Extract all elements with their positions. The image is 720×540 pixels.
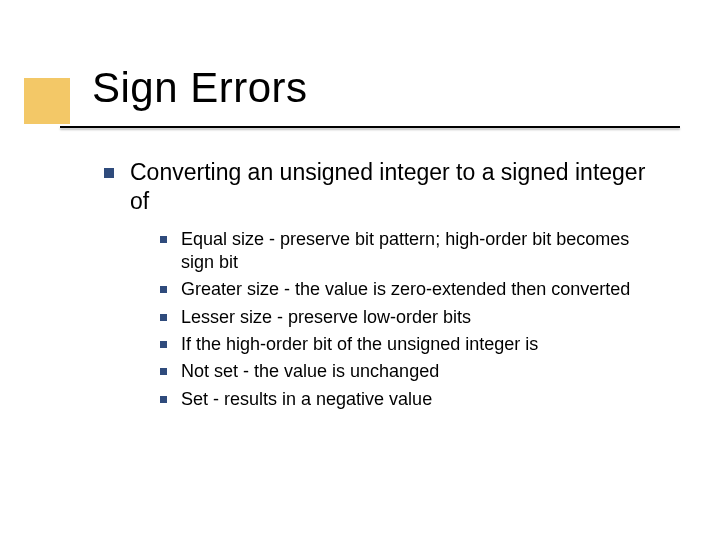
list-item-text: Converting an unsigned integer to a sign…	[130, 158, 664, 216]
list-item: If the high-order bit of the unsigned in…	[160, 333, 664, 356]
square-bullet-icon	[160, 341, 167, 348]
list-item: Set - results in a negative value	[160, 388, 664, 411]
list-item-text: Equal size - preserve bit pattern; high-…	[181, 228, 664, 275]
list-item-text: If the high-order bit of the unsigned in…	[181, 333, 538, 356]
list-item: Greater size - the value is zero-extende…	[160, 278, 664, 301]
sub-list: Equal size - preserve bit pattern; high-…	[160, 228, 664, 412]
square-bullet-icon	[160, 368, 167, 375]
slide-body: Converting an unsigned integer to a sign…	[104, 158, 664, 415]
slide-title: Sign Errors	[92, 64, 308, 112]
list-item-text: Not set - the value is unchanged	[181, 360, 439, 383]
square-bullet-icon	[160, 286, 167, 293]
slide: Sign Errors Converting an unsigned integ…	[0, 0, 720, 540]
title-underline	[60, 126, 680, 128]
square-bullet-icon	[160, 314, 167, 321]
square-bullet-icon	[160, 396, 167, 403]
list-item-text: Lesser size - preserve low-order bits	[181, 306, 471, 329]
list-item-text: Set - results in a negative value	[181, 388, 432, 411]
list-item: Lesser size - preserve low-order bits	[160, 306, 664, 329]
list-item-text: Greater size - the value is zero-extende…	[181, 278, 630, 301]
title-accent-box	[24, 78, 70, 124]
list-item: Equal size - preserve bit pattern; high-…	[160, 228, 664, 275]
list-item: Converting an unsigned integer to a sign…	[104, 158, 664, 216]
square-bullet-icon	[160, 236, 167, 243]
list-item: Not set - the value is unchanged	[160, 360, 664, 383]
square-bullet-icon	[104, 168, 114, 178]
